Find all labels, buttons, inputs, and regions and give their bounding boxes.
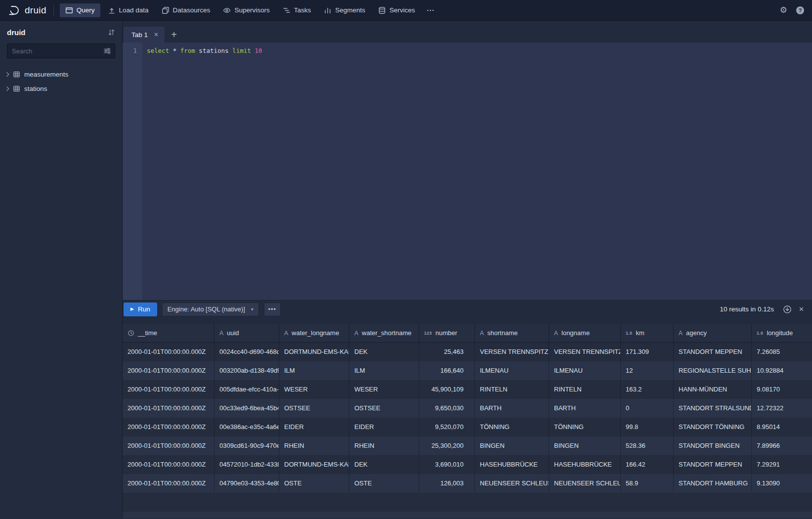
table-cell[interactable]: NEUENSEER SCHLEUSEN: [475, 474, 549, 493]
table-cell[interactable]: 8.95014: [752, 418, 812, 436]
table-cell[interactable]: 12: [621, 361, 674, 380]
nav-item-query[interactable]: Query: [60, 3, 100, 17]
table-cell[interactable]: ILM: [279, 361, 349, 380]
table-cell[interactable]: 2000-01-01T00:00:00.000Z: [123, 418, 214, 436]
table-cell[interactable]: HASEHUBBRÜCKE: [549, 455, 621, 474]
table-cell[interactable]: 25,463: [419, 343, 475, 361]
table-cell[interactable]: OSTE: [279, 474, 349, 493]
table-cell[interactable]: VERSEN TRENNSPITZE: [475, 343, 549, 361]
table-cell[interactable]: 58.9: [621, 474, 674, 493]
table-cell[interactable]: 2000-01-01T00:00:00.000Z: [123, 399, 214, 418]
table-cell[interactable]: 0309cd61-90c9-470e-99: [214, 436, 279, 455]
table-cell[interactable]: 2000-01-01T00:00:00.000Z: [123, 455, 214, 474]
table-cell[interactable]: 9,650,030: [419, 399, 475, 418]
table-cell[interactable]: 04572010-1db2-4338-85: [214, 455, 279, 474]
sort-swap-icon[interactable]: [108, 29, 115, 36]
table-cell[interactable]: TÖNNING: [475, 418, 549, 436]
table-cell[interactable]: STANDORT TÖNNING: [674, 418, 752, 436]
table-cell[interactable]: 9.08170: [752, 380, 812, 399]
nav-item-supervisors[interactable]: Supervisors: [217, 3, 275, 17]
table-cell[interactable]: DORTMUND-EMS-KANAL: [279, 343, 349, 361]
table-cell[interactable]: RHEIN: [279, 436, 349, 455]
nav-item-load-data[interactable]: Load data: [102, 3, 154, 17]
table-cell[interactable]: 2000-01-01T00:00:00.000Z: [123, 361, 214, 380]
table-cell[interactable]: 3,690,010: [419, 455, 475, 474]
nav-item-segments[interactable]: Segments: [318, 3, 371, 17]
table-cell[interactable]: STANDORT STRALSUND: [674, 399, 752, 418]
tree-item-stations[interactable]: stations: [0, 82, 122, 96]
table-cell[interactable]: NEUENSEER SCHLEUSEN: [549, 474, 621, 493]
query-more-button[interactable]: •••: [264, 303, 281, 316]
column-header-water-longname[interactable]: Awater_longname: [279, 324, 349, 343]
table-cell[interactable]: VERSEN TRENNSPITZE: [549, 343, 621, 361]
column-header-number[interactable]: 123number: [419, 324, 475, 343]
query-editor[interactable]: 1 select * from stations limit 10: [123, 43, 812, 300]
column-header-uuid[interactable]: Auuid: [214, 324, 279, 343]
tree-item-measurements[interactable]: measurements: [0, 67, 122, 82]
table-cell[interactable]: WESER: [349, 380, 419, 399]
column-header-shortname[interactable]: Ashortname: [475, 324, 549, 343]
settings-gear-icon[interactable]: ⚙: [780, 6, 787, 14]
table-cell[interactable]: BINGEN: [549, 436, 621, 455]
table-cell[interactable]: STANDORT MEPPEN: [674, 455, 752, 474]
table-cell[interactable]: 2000-01-01T00:00:00.000Z: [123, 436, 214, 455]
table-cell[interactable]: BINGEN: [475, 436, 549, 455]
table-cell[interactable]: 005dfdae-efcc-410a-bf1: [214, 380, 279, 399]
nav-item-services[interactable]: Services: [373, 3, 421, 17]
table-cell[interactable]: 9,520,070: [419, 418, 475, 436]
nav-item-more[interactable]: [423, 3, 438, 17]
engine-select[interactable]: Engine: Auto [SQL (native)] ▾: [162, 303, 259, 316]
table-cell[interactable]: 166,640: [419, 361, 475, 380]
table-cell[interactable]: BARTH: [549, 399, 621, 418]
column-header-longitude[interactable]: 1.0longitude: [752, 324, 812, 343]
close-results-icon[interactable]: ✕: [799, 305, 804, 313]
table-cell[interactable]: 7.89966: [752, 436, 812, 455]
table-cell[interactable]: 2000-01-01T00:00:00.000Z: [123, 474, 214, 493]
table-cell[interactable]: REGIONALSTELLE SUHL: [674, 361, 752, 380]
table-cell[interactable]: WESER: [279, 380, 349, 399]
table-cell[interactable]: 10.92884: [752, 361, 812, 380]
column-header-water-shortname[interactable]: Awater_shortname: [349, 324, 419, 343]
table-cell[interactable]: 003200ab-d138-49d9-aa: [214, 361, 279, 380]
column-header-time[interactable]: __time: [123, 324, 214, 343]
table-cell[interactable]: 04790e03-4353-4e80-be: [214, 474, 279, 493]
table-cell[interactable]: OSTE: [349, 474, 419, 493]
search-input[interactable]: [7, 43, 115, 58]
table-cell[interactable]: 528.36: [621, 436, 674, 455]
table-cell[interactable]: DEK: [349, 343, 419, 361]
table-cell[interactable]: ILM: [349, 361, 419, 380]
table-cell[interactable]: STANDORT BINGEN: [674, 436, 752, 455]
table-cell[interactable]: DORTMUND-EMS-KANAL: [279, 455, 349, 474]
table-cell[interactable]: EIDER: [279, 418, 349, 436]
download-icon[interactable]: [783, 305, 792, 314]
table-cell[interactable]: 0: [621, 399, 674, 418]
table-cell[interactable]: RINTELN: [549, 380, 621, 399]
table-cell[interactable]: 45,900,109: [419, 380, 475, 399]
table-cell[interactable]: 00c33ed9-6bea-45b4-87: [214, 399, 279, 418]
table-cell[interactable]: 171.309: [621, 343, 674, 361]
filter-sliders-icon[interactable]: [103, 47, 111, 55]
table-cell[interactable]: EIDER: [349, 418, 419, 436]
help-icon[interactable]: ?: [796, 6, 804, 14]
brand[interactable]: druid: [5, 4, 49, 17]
table-cell[interactable]: 25,300,200: [419, 436, 475, 455]
table-cell[interactable]: 00e386ac-e35c-4a6e-80: [214, 418, 279, 436]
tab-tab-1[interactable]: Tab 1 ✕: [124, 27, 165, 43]
nav-item-datasources[interactable]: Datasources: [156, 3, 216, 17]
table-cell[interactable]: 12.72322: [752, 399, 812, 418]
table-cell[interactable]: ILMENAU: [549, 361, 621, 380]
table-cell[interactable]: ILMENAU: [475, 361, 549, 380]
table-cell[interactable]: 7.29291: [752, 455, 812, 474]
chevron-right-icon[interactable]: [4, 71, 11, 78]
table-cell[interactable]: TÖNNING: [549, 418, 621, 436]
table-cell[interactable]: 9.13090: [752, 474, 812, 493]
table-cell[interactable]: OSTSEE: [279, 399, 349, 418]
table-cell[interactable]: 0024cc40-d690-468d-84: [214, 343, 279, 361]
table-cell[interactable]: RINTELN: [475, 380, 549, 399]
run-button[interactable]: ▶ Run: [124, 303, 157, 316]
nav-item-tasks[interactable]: Tasks: [277, 3, 317, 17]
column-header-km[interactable]: 1.0km: [621, 324, 674, 343]
column-header-longname[interactable]: Alongname: [549, 324, 621, 343]
column-header-agency[interactable]: Aagency: [674, 324, 752, 343]
table-cell[interactable]: OSTSEE: [349, 399, 419, 418]
